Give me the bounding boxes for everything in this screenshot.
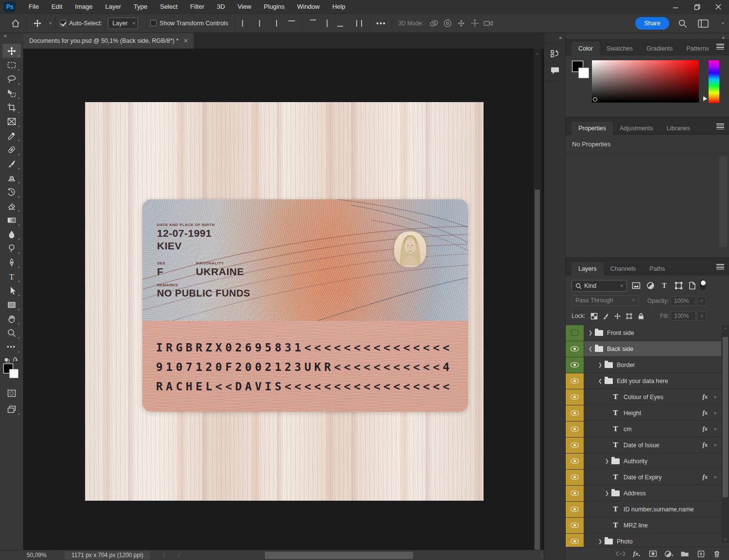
fx-chevron-icon[interactable]: ˅	[714, 411, 716, 416]
background-color-swatch[interactable]	[9, 369, 18, 378]
menu-window[interactable]: Window	[291, 0, 326, 14]
3d-orbit-icon[interactable]	[427, 17, 441, 30]
visibility-toggle[interactable]	[566, 518, 584, 533]
color-picker-ring[interactable]	[593, 97, 597, 102]
history-brush-tool[interactable]	[2, 185, 21, 199]
layer-row-date-of-expiry[interactable]: T Date of Expiry fx˅	[566, 470, 721, 485]
home-icon[interactable]	[9, 17, 22, 30]
fx-chevron-icon[interactable]: ˅	[714, 443, 716, 448]
workspace-chevron-icon[interactable]: ˅	[722, 21, 724, 26]
visibility-toggle[interactable]	[566, 470, 584, 485]
filter-adjustment-layers-icon[interactable]	[644, 280, 657, 291]
expand-chevron-icon[interactable]: ❯	[604, 490, 610, 496]
gradient-tool[interactable]	[2, 213, 21, 227]
layer-row-border[interactable]: ❯ Border	[566, 357, 721, 373]
move-tool-preset-icon[interactable]	[31, 17, 44, 30]
horizontal-scroll-thumb[interactable]	[265, 552, 413, 559]
layer-row-cm[interactable]: T cm fx˅	[566, 421, 721, 437]
menu-image[interactable]: Image	[69, 0, 99, 14]
frame-tool[interactable]	[2, 114, 21, 128]
type-tool[interactable]: T	[2, 269, 21, 283]
clone-stamp-tool[interactable]	[2, 171, 21, 185]
auto-select-target-dropdown[interactable]: Layer˅	[108, 18, 138, 29]
tab-layers[interactable]: Layers	[572, 262, 604, 276]
menu-type[interactable]: Type	[127, 0, 154, 14]
hue-slider-arrow-icon[interactable]	[703, 96, 707, 101]
lock-artboard-icon[interactable]	[624, 311, 635, 321]
lock-all-icon[interactable]	[635, 311, 647, 321]
swap-colors-icon[interactable]	[4, 356, 20, 363]
zoom-tool[interactable]	[2, 326, 21, 340]
hue-slider-bar[interactable]	[709, 60, 719, 103]
layer-effects-fx[interactable]: fx	[703, 425, 708, 433]
menu-help[interactable]: Help	[326, 0, 352, 14]
tool-preset-chevron-icon[interactable]: ˅	[49, 21, 52, 26]
color-spectrum-field[interactable]	[592, 60, 699, 103]
canvas-area[interactable]: DATE AND PLACE OF BIRTH 12-07-1991 KIEV …	[23, 49, 544, 550]
canvas-horizontal-scrollbar[interactable]	[190, 552, 525, 559]
3d-pan-icon[interactable]	[454, 17, 468, 30]
expand-chevron-icon[interactable]: ❯	[597, 362, 604, 368]
layer-row-height[interactable]: T Height fx˅	[566, 405, 721, 421]
layer-style-fx-icon[interactable]: fx▾	[631, 549, 642, 559]
opacity-chevron-icon[interactable]: ˅	[697, 296, 707, 306]
lock-transparent-pixels-icon[interactable]	[589, 311, 600, 321]
hand-tool[interactable]	[2, 312, 21, 326]
layer-row-front-side[interactable]: ❯ Front side	[566, 325, 721, 341]
3d-slide-icon[interactable]	[468, 17, 482, 30]
brush-tool[interactable]	[2, 157, 21, 171]
spot-healing-brush-tool[interactable]	[2, 142, 21, 157]
blur-tool[interactable]	[2, 227, 21, 241]
show-transform-checkbox[interactable]	[150, 20, 156, 26]
expand-chevron-icon[interactable]: ❯	[587, 330, 594, 335]
scroll-up-icon[interactable]: ⌃	[724, 327, 728, 332]
share-button[interactable]: Share	[635, 17, 669, 30]
properties-panel-menu-icon[interactable]	[716, 123, 724, 129]
layers-panel-menu-icon[interactable]	[716, 264, 724, 270]
align-right-edges-icon[interactable]	[266, 17, 280, 30]
layer-row-back-side[interactable]: ❮ Back side	[566, 341, 721, 357]
search-icon[interactable]	[676, 17, 690, 30]
edit-toolbar-icon[interactable]: •••	[2, 340, 21, 354]
add-layer-mask-icon[interactable]	[647, 549, 658, 559]
history-panel-icon[interactable]	[548, 47, 562, 61]
menu-select[interactable]: Select	[154, 0, 184, 14]
menu-layer[interactable]: Layer	[99, 0, 128, 14]
link-layers-icon[interactable]	[615, 549, 626, 559]
quick-mask-icon[interactable]	[2, 386, 21, 400]
pen-tool[interactable]	[2, 255, 21, 269]
toolbar-collapse-handle[interactable]: »	[0, 33, 23, 42]
minimize-button[interactable]	[665, 0, 686, 14]
menu-plugins[interactable]: Plugins	[258, 0, 291, 14]
menu-filter[interactable]: Filter	[184, 0, 210, 14]
distribute-bottom-icon[interactable]	[334, 17, 347, 30]
document-tab[interactable]: Documents for you.psd @ 50,1% (Back side…	[23, 33, 194, 49]
3d-camera-icon[interactable]	[482, 17, 495, 30]
layer-row-address[interactable]: ❯ Address	[566, 486, 721, 501]
scroll-up-icon[interactable]: ⌃	[535, 52, 539, 58]
visibility-toggle[interactable]	[566, 341, 584, 357]
visibility-toggle[interactable]	[566, 454, 584, 469]
zoom-level-field[interactable]: 50,09%	[27, 552, 56, 559]
collapse-chevron-icon[interactable]: ❮	[587, 346, 594, 351]
close-button[interactable]	[708, 0, 729, 14]
fill-value-field[interactable]: 100%	[671, 311, 696, 321]
menu-3d[interactable]: 3D	[210, 0, 231, 14]
tab-adjustments[interactable]: Adjustments	[613, 122, 660, 135]
visibility-toggle[interactable]	[566, 405, 584, 421]
visibility-toggle[interactable]	[566, 502, 584, 517]
opacity-value-field[interactable]: 100%	[671, 296, 696, 306]
lock-image-pixels-icon[interactable]	[600, 311, 612, 321]
menu-file[interactable]: File	[22, 0, 45, 14]
canvas-vertical-scrollbar[interactable]: ⌃	[534, 49, 541, 550]
lock-position-icon[interactable]	[612, 311, 624, 321]
distribute-horizontal-icon[interactable]	[352, 17, 366, 30]
move-tool[interactable]	[2, 44, 21, 58]
vertical-scroll-thumb[interactable]	[535, 190, 540, 550]
status-chevron-right-icon[interactable]: 〉	[163, 552, 168, 559]
layer-effects-fx[interactable]: fx	[703, 393, 708, 401]
restore-button[interactable]	[686, 0, 708, 14]
fx-chevron-icon[interactable]: ˅	[714, 395, 716, 400]
new-group-icon[interactable]	[679, 549, 690, 559]
blend-mode-dropdown[interactable]: Pass Through˅	[572, 295, 639, 306]
